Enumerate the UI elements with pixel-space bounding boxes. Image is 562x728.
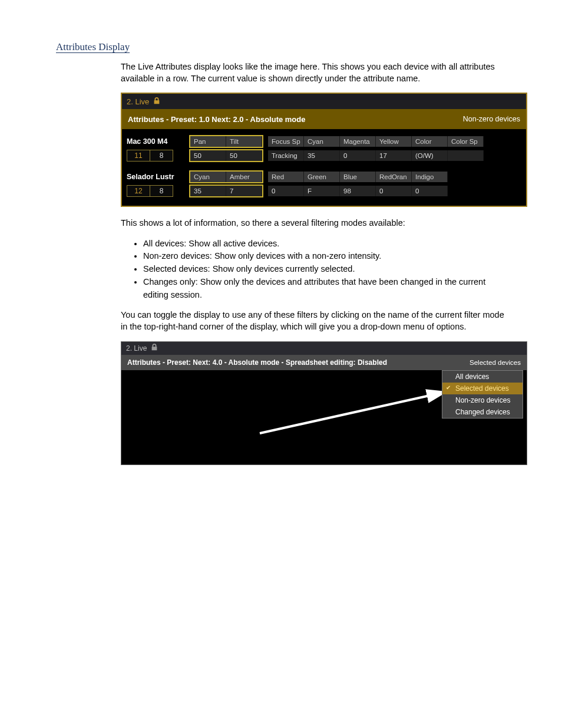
dropdown-item-all[interactable]: All devices <box>442 371 523 383</box>
attr-header: Color <box>412 136 448 147</box>
intensity-value: 8 <box>150 150 173 161</box>
attr-header: Color Sp <box>448 136 484 147</box>
attr-header: Cyan <box>304 136 340 147</box>
section-heading: Attributes Display <box>56 41 509 53</box>
attr-value[interactable]: 35 <box>190 186 226 196</box>
header-title: Attributes - Preset: Next: 4.0 - Absolut… <box>127 358 387 367</box>
list-item: All devices: Show all active devices. <box>143 238 509 251</box>
attr-value[interactable]: 0 <box>268 186 304 196</box>
attr-value[interactable] <box>448 150 484 161</box>
device-row-values: 11 8 50 50 Tracking 35 0 17 (O/W) <box>127 149 521 162</box>
attributes-header: Attributes - Preset: Next: 4.0 - Absolut… <box>121 355 527 370</box>
device-row: Selador Lustr Cyan Amber Red Green Blue … <box>127 170 521 183</box>
attr-value[interactable]: (O/W) <box>412 150 448 161</box>
filter-mode-label[interactable]: Non-zero devices <box>463 115 520 123</box>
filter-dropdown[interactable]: All devices Selected devices Non-zero de… <box>442 370 523 419</box>
attr-header: Red <box>268 172 304 182</box>
highlight-box: 35 7 <box>189 185 263 197</box>
highlight-box: Pan Tilt <box>189 135 263 148</box>
attr-header: Cyan <box>190 172 226 182</box>
attr-value[interactable]: 0 <box>376 186 412 196</box>
channel-number: 11 <box>127 150 150 161</box>
filter-list: All devices: Show all active devices. No… <box>56 238 509 302</box>
attr-value[interactable]: 50 <box>190 150 226 161</box>
attr-value[interactable]: 50 <box>226 150 262 161</box>
attr-value[interactable]: F <box>304 186 340 196</box>
device-name: Mac 300 M4 <box>127 137 184 146</box>
attr-header: Magenta <box>340 136 376 147</box>
tab-live[interactable]: 2. Live <box>122 94 526 109</box>
channel-number: 12 <box>127 186 150 196</box>
filter-intro: This shows a lot of information, so ther… <box>121 218 509 229</box>
tab-label: 2. Live <box>127 97 149 106</box>
attr-value[interactable]: 17 <box>376 150 412 161</box>
attr-header: Pan <box>190 136 226 147</box>
usage-paragraph: You can toggle the display to use any of… <box>121 309 509 332</box>
dropdown-item-changed[interactable]: Changed devices <box>442 406 523 418</box>
dropdown-item-nonzero[interactable]: Non-zero devices <box>442 394 523 406</box>
attr-value[interactable]: 0 <box>412 186 448 196</box>
attributes-header: Attributes - Preset: 1.0 Next: 2.0 - Abs… <box>122 109 526 129</box>
attr-value[interactable]: 98 <box>340 186 376 196</box>
tab-label: 2. Live <box>126 344 147 353</box>
device-row-values: 12 8 35 7 0 F 98 0 0 <box>127 185 521 197</box>
annotation-arrow <box>257 389 451 436</box>
attr-header: Blue <box>340 172 376 182</box>
list-item: Non-zero devices: Show only devices with… <box>143 250 509 263</box>
attr-header: Green <box>304 172 340 182</box>
tab-live[interactable]: 2. Live <box>121 342 527 355</box>
lock-icon <box>153 97 161 107</box>
attr-value[interactable]: Tracking <box>268 150 304 161</box>
filter-mode-label[interactable]: Selected devices <box>470 359 521 366</box>
attr-header: Focus Sp <box>268 136 304 147</box>
channel-box[interactable]: 12 8 <box>127 185 173 197</box>
channel-box[interactable]: 11 8 <box>127 150 173 162</box>
intensity-value: 8 <box>150 186 173 196</box>
lock-icon <box>150 343 158 353</box>
attributes-screenshot: 2. Live Attributes - Preset: 1.0 Next: 2… <box>121 93 527 207</box>
highlight-box: Cyan Amber <box>189 170 263 183</box>
attr-value[interactable]: 35 <box>304 150 340 161</box>
attr-header: Indigo <box>412 172 448 182</box>
attr-header: Amber <box>226 172 262 182</box>
highlight-box: 50 50 <box>189 149 263 162</box>
list-item: Selected devices: Show only devices curr… <box>143 263 509 276</box>
attr-value[interactable]: 7 <box>226 186 262 196</box>
list-item: Changes only: Show only the devices and … <box>143 276 509 302</box>
filter-menu-screenshot: 2. Live Attributes - Preset: Next: 4.0 -… <box>121 341 527 465</box>
device-name: Selador Lustr <box>127 173 184 181</box>
attr-header: RedOran <box>376 172 412 182</box>
attr-value[interactable]: 0 <box>340 150 376 161</box>
svg-line-0 <box>260 392 445 433</box>
attr-header: Tilt <box>226 136 262 147</box>
dropdown-item-selected[interactable]: Selected devices <box>442 383 523 394</box>
attr-header: Yellow <box>376 136 412 147</box>
device-row: Mac 300 M4 Pan Tilt Focus Sp Cyan Magent… <box>127 135 521 148</box>
header-title: Attributes - Preset: 1.0 Next: 2.0 - Abs… <box>128 115 305 124</box>
intro-paragraph: The Live Attributes display looks like t… <box>121 61 509 84</box>
